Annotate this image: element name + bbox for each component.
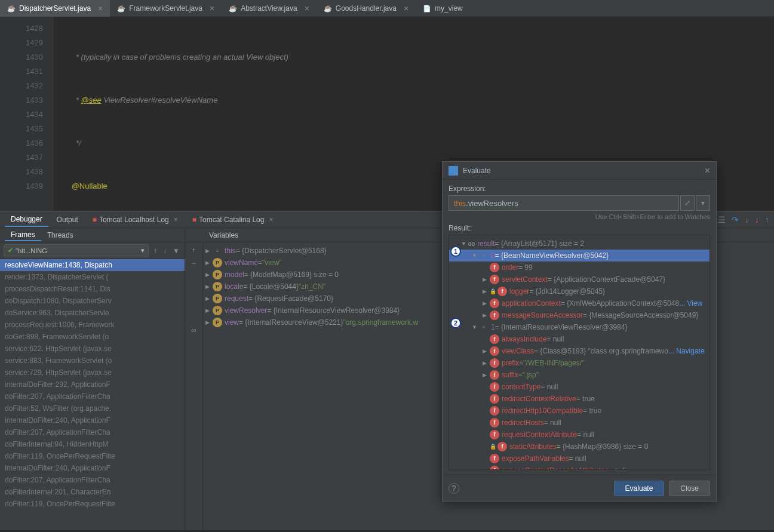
close-icon[interactable]: × (98, 4, 103, 13)
result-row[interactable]: fredirectHosts = null (449, 417, 710, 429)
result-row[interactable]: 🔒fstaticAttributes = {HashMap@3986} size… (449, 441, 710, 453)
result-row[interactable]: falwaysInclude = null (449, 333, 710, 345)
expand-arrow-icon[interactable]: ▼ (472, 324, 479, 330)
result-row[interactable]: forder = 99 (449, 262, 710, 273)
tab-debugger[interactable]: Debugger (5, 213, 48, 227)
editor-tab[interactable]: GoodsHandler.java× (317, 0, 416, 17)
close-icon[interactable]: × (269, 216, 273, 224)
expand-icon[interactable]: ⤢ (680, 195, 695, 211)
stack-frame[interactable]: service:883, FrameworkServlet (o (0, 355, 185, 367)
result-row[interactable]: ▼≡1 = {InternalResourceViewResolver@3984… (449, 321, 710, 333)
expand-arrow-icon[interactable]: ▶ (205, 307, 213, 313)
result-row[interactable]: fexposePathVariables = null (449, 453, 710, 465)
result-row[interactable]: ▶fapplicationContext = {XmlWebApplicatio… (449, 297, 710, 309)
stack-frame[interactable]: doFilter:119, OncePerRequestFilte (0, 498, 185, 510)
dialog-title: Evaluate (463, 167, 491, 175)
expand-arrow-icon[interactable]: ▶ (483, 348, 490, 354)
stack-frame[interactable]: doFilter:207, ApplicationFilterCha (0, 474, 185, 486)
tab-tomcat-localhost-log[interactable]: ■Tomcat Localhost Log× (87, 213, 184, 226)
result-row[interactable]: ▼≡0 = {BeanNameViewResolver@5042} (449, 250, 710, 262)
result-row[interactable]: fexposeContextBeansAsAttributes = null (449, 465, 710, 470)
close-icon[interactable]: × (404, 4, 408, 13)
tab-frames[interactable]: Frames (5, 229, 41, 241)
expand-arrow-icon[interactable]: ▶ (483, 276, 490, 282)
result-row[interactable]: ▶fviewClass = {Class@5193} "class org.sp… (449, 345, 710, 357)
expand-arrow-icon[interactable]: ▶ (483, 372, 490, 378)
stack-frame[interactable]: processRequest:1006, Framework (0, 319, 185, 331)
close-icon[interactable]: × (174, 216, 178, 224)
stack-frame[interactable]: service:729, HttpServlet (javax.se (0, 367, 185, 379)
result-tree[interactable]: 12▼ooresult = {ArrayList@5171} size = 2▼… (449, 235, 710, 470)
result-row[interactable]: ▶fprefix = "/WEB-INF/pages/" (449, 357, 710, 369)
expand-arrow-icon[interactable]: ▶ (205, 284, 213, 290)
result-row[interactable]: fcontentType = null (449, 381, 710, 393)
expand-arrow-icon[interactable]: ▶ (483, 360, 490, 366)
editor-tab[interactable]: my_view (416, 0, 470, 17)
expand-arrow-icon[interactable]: ▶ (483, 300, 490, 306)
editor-tab[interactable]: DispatcherServlet.java× (0, 0, 110, 17)
editor-tab[interactable]: AbstractView.java× (222, 0, 317, 17)
stack-frame[interactable]: service:622, HttpServlet (javax.se (0, 343, 185, 355)
expand-arrow-icon[interactable]: ▶ (483, 312, 490, 318)
result-row[interactable]: ▶🔒flogger = {Jdk14Logger@5045} (449, 285, 710, 297)
stack-frame[interactable]: doFilter:207, ApplicationFilterCha (0, 426, 185, 438)
remove-watch-icon[interactable]: − (192, 259, 196, 267)
prev-frame-icon[interactable]: ↑ (152, 247, 158, 255)
stack-frame[interactable]: processDispatchResult:1141, Dis (0, 283, 185, 295)
stack-frame[interactable]: internalDoFilter:240, ApplicationF (0, 462, 185, 474)
editor-tab[interactable]: FrameworkServlet.java× (110, 0, 222, 17)
result-row[interactable]: fredirectContextRelative = true (449, 393, 710, 405)
stack-frame[interactable]: resolveViewName:1438, Dispatch (0, 259, 185, 271)
evaluate-button[interactable]: Evaluate (614, 481, 665, 496)
stack-frame[interactable]: doDispatch:1080, DispatcherServ (0, 295, 185, 307)
link-icon[interactable]: ∞ (191, 326, 196, 334)
expand-arrow-icon[interactable]: ▶ (205, 260, 213, 266)
stack-frame[interactable]: doFilterInternal:94, HiddenHttpM (0, 438, 185, 450)
tab-threads[interactable]: Threads (41, 230, 79, 241)
expand-arrow-icon[interactable]: ▼ (472, 253, 479, 259)
intellij-icon (449, 166, 458, 176)
stack-frame[interactable]: doFilterInternal:201, CharacterEn (0, 486, 185, 498)
result-row[interactable]: ▼ooresult = {ArrayList@5171} size = 2 (449, 238, 710, 250)
expand-arrow-icon[interactable]: ▶ (205, 319, 213, 325)
evaluate-header[interactable]: Evaluate × (443, 162, 716, 180)
close-icon[interactable]: × (210, 4, 214, 13)
result-row[interactable]: ▶fmessageSourceAccessor = {MessageSource… (449, 309, 710, 321)
stack-frame[interactable]: internalDoFilter:240, ApplicationF (0, 414, 185, 426)
result-row[interactable]: frequestContextAttribute = null (449, 429, 710, 441)
result-row[interactable]: ▶fservletContext = {ApplicationContextFa… (449, 273, 710, 285)
layout-icon[interactable]: ☰ (718, 215, 726, 225)
result-row[interactable]: fredirectHttp10Compatible = true (449, 405, 710, 417)
filter-icon[interactable]: ▼ (171, 247, 181, 255)
add-watch-icon[interactable]: + (192, 246, 196, 254)
expand-arrow-icon[interactable]: ▶ (483, 288, 490, 294)
stack-frame[interactable]: doFilter:207, ApplicationFilterCha (0, 390, 185, 402)
tab-tomcat-catalina-log[interactable]: ■Tomcat Catalina Log× (186, 213, 280, 226)
step-out-icon[interactable]: ↑ (765, 215, 769, 225)
expand-arrow-icon[interactable]: ▼ (461, 241, 468, 247)
step-into-icon[interactable]: ↓ (745, 215, 749, 225)
close-icon[interactable]: × (305, 4, 309, 13)
step-over-icon[interactable]: ↷ (732, 215, 739, 225)
stack-frame[interactable]: doService:963, DispatcherServle (0, 307, 185, 319)
help-icon[interactable]: ? (449, 483, 459, 494)
stack-frame[interactable]: doFilter:52, WsFilter (org.apache. (0, 402, 185, 414)
stack-frame[interactable]: internalDoFilter:292, ApplicationF (0, 379, 185, 390)
stack-frame[interactable]: render:1373, DispatcherServlet ( (0, 271, 185, 283)
close-button[interactable]: Close (669, 481, 710, 496)
frames-list[interactable]: resolveViewName:1438, Dispatchrender:137… (0, 259, 185, 530)
close-icon[interactable]: × (705, 165, 710, 176)
tab-output[interactable]: Output (51, 213, 84, 226)
force-step-into-icon[interactable]: ↓ (755, 215, 759, 225)
stack-frame[interactable]: doGet:898, FrameworkServlet (o (0, 331, 185, 343)
next-frame-icon[interactable]: ↓ (162, 247, 168, 255)
expand-arrow-icon[interactable]: ▶ (205, 248, 213, 254)
expand-arrow-icon[interactable]: ▶ (205, 296, 213, 302)
result-row[interactable]: ▶fsuffix = ".jsp" (449, 369, 710, 381)
expand-arrow-icon[interactable]: ▶ (205, 272, 213, 278)
stack-frame[interactable]: doFilter:119, OncePerRequestFilte (0, 450, 185, 462)
expression-input[interactable]: this.viewResolvers (449, 195, 679, 211)
variables-toolbar: + − ∞ (185, 242, 203, 530)
history-dropdown-icon[interactable]: ▾ (696, 195, 710, 211)
thread-selector[interactable]: ✔ "htt...NING ▾ (4, 244, 149, 257)
